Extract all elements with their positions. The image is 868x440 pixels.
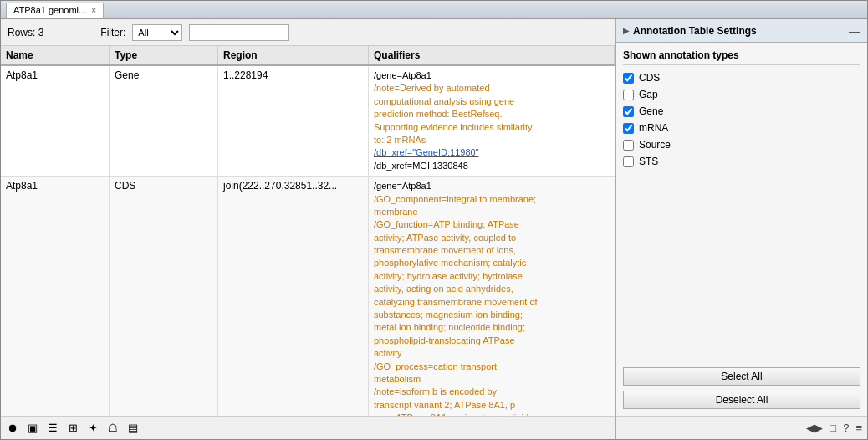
annotation-type-checkbox[interactable]: [623, 156, 634, 167]
footer-menu-icon[interactable]: ≡: [855, 422, 862, 434]
annotation-type-label: mRNA: [639, 122, 668, 134]
annotation-type-row[interactable]: mRNA: [623, 122, 860, 134]
toolbar-icon-house[interactable]: ☖: [105, 420, 121, 437]
table-row[interactable]: Atp8a1Gene1..228194/gene=Atp8a1/note=Der…: [1, 66, 615, 177]
annotation-types-title: Shown annotation types: [623, 49, 860, 65]
deselect-all-button[interactable]: Deselect All: [623, 391, 860, 409]
annotation-type-checkbox[interactable]: [623, 73, 634, 84]
title-tab[interactable]: ATP8a1 genomi... ×: [6, 3, 104, 18]
annotation-type-label: CDS: [639, 72, 660, 84]
right-panel-footer: ◀▶ □ ? ≡: [616, 416, 867, 439]
cell-qualifiers: /gene=Atp8a1/note=Derived by automatedco…: [369, 66, 615, 176]
cell-region: join(222..270,32851..32...: [218, 177, 369, 416]
col-header-qualifiers: Qualifiers: [369, 46, 615, 64]
tab-title: ATP8a1 genomi...: [13, 5, 86, 15]
annotation-type-row[interactable]: Source: [623, 139, 860, 151]
annotation-type-checkbox[interactable]: [623, 106, 634, 117]
cell-type: Gene: [110, 66, 218, 176]
footer-nav-icon[interactable]: ◀▶: [806, 422, 823, 434]
toolbar-icon-star[interactable]: ✦: [84, 420, 101, 437]
annotation-types-section: Shown annotation types CDSGapGenemRNASou…: [616, 43, 867, 364]
toolbar-icon-table[interactable]: ⊞: [64, 420, 81, 437]
buttons-row: Select All Deselect All: [616, 364, 867, 416]
table-header: Name Type Region Qualifiers: [1, 46, 615, 66]
toolbar-icon-record[interactable]: ⏺: [4, 420, 21, 437]
cell-name: Atp8a1: [1, 66, 110, 176]
right-panel-header: ▶ Annotation Table Settings —: [616, 19, 867, 43]
panel-arrow-icon: ▶: [623, 26, 630, 35]
cell-qualifiers: /gene=Atp8a1/GO_component=integral to me…: [369, 177, 615, 416]
rows-info: Rows: 3: [8, 27, 43, 38]
footer-box-icon[interactable]: □: [830, 422, 836, 434]
tab-close-button[interactable]: ×: [91, 6, 96, 15]
annotation-type-checkbox[interactable]: [623, 123, 634, 134]
annotation-type-label: Source: [639, 139, 671, 151]
select-all-button[interactable]: Select All: [623, 367, 860, 386]
annotation-type-row[interactable]: STS: [623, 156, 860, 167]
table-row[interactable]: Atp8a1CDSjoin(222..270,32851..32.../gene…: [1, 177, 615, 416]
toolbar-icon-list[interactable]: ☰: [44, 420, 61, 437]
bottom-toolbar: ⏺ ▣ ☰ ⊞ ✦ ☖ ▤: [1, 416, 615, 439]
toolbar-row: Rows: 3 Filter: All Name Type Region Qua…: [1, 19, 615, 46]
cell-type: CDS: [110, 177, 218, 416]
annotation-type-checkbox[interactable]: [623, 140, 634, 151]
panel-title: Annotation Table Settings: [633, 25, 757, 37]
filter-label: Filter:: [100, 27, 125, 38]
cell-name: Atp8a1: [1, 177, 110, 416]
checkboxes-container: CDSGapGenemRNASourceSTS: [623, 72, 860, 167]
annotation-type-label: Gap: [639, 89, 658, 100]
toolbar-icon-grid[interactable]: ▣: [24, 420, 41, 437]
annotation-type-row[interactable]: CDS: [623, 72, 860, 84]
cell-region: 1..228194: [218, 66, 369, 176]
filter-select[interactable]: All Name Type Region Qualifiers: [132, 24, 182, 41]
col-header-name: Name: [1, 46, 110, 64]
annotation-type-row[interactable]: Gap: [623, 89, 860, 100]
filter-input[interactable]: [189, 24, 289, 41]
annotation-type-row[interactable]: Gene: [623, 105, 860, 117]
toolbar-icon-doc[interactable]: ▤: [125, 420, 141, 437]
annotation-type-label: STS: [639, 156, 658, 167]
annotation-type-checkbox[interactable]: [623, 90, 634, 100]
col-header-type: Type: [110, 46, 218, 64]
left-panel: Rows: 3 Filter: All Name Type Region Qua…: [1, 19, 616, 439]
col-header-region: Region: [218, 46, 369, 64]
table-body[interactable]: Atp8a1Gene1..228194/gene=Atp8a1/note=Der…: [1, 66, 615, 416]
annotation-type-label: Gene: [639, 105, 663, 117]
right-panel: ▶ Annotation Table Settings — Shown anno…: [616, 19, 867, 439]
table-container: Name Type Region Qualifiers Atp8a1Gene1.…: [1, 46, 615, 416]
panel-minimize-button[interactable]: —: [849, 24, 860, 38]
footer-help-icon[interactable]: ?: [843, 422, 849, 434]
title-bar: ATP8a1 genomi... ×: [1, 1, 867, 19]
